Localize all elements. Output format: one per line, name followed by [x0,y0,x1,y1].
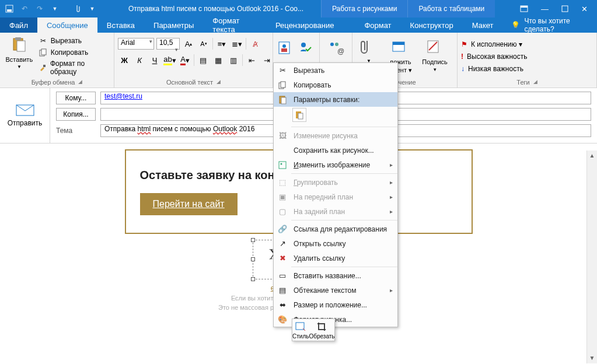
align-center-icon[interactable]: ▦ [212,54,225,66]
qat-dropdown-icon[interactable]: ▼ [88,4,97,13]
qat-more-icon[interactable]: ▼ [50,4,60,13]
tab-insert[interactable]: Вставка [97,18,144,33]
group-tags: К исполнению ▾ Высокая важность Низкая в… [458,33,597,88]
size-icon: ⬌ [277,300,288,310]
ctx-edit-link[interactable]: 🔗Ссылка для редактирования [274,222,397,236]
minimize-icon[interactable]: — [541,5,549,13]
brush-icon [39,63,47,72]
ctx-insert-caption[interactable]: ▭Вставить название... [274,268,397,283]
close-icon[interactable]: ✕ [581,5,588,13]
tell-me-search[interactable]: 💡 Что вы хотите сделать? [503,18,598,33]
style-button[interactable]: Стиль [292,319,309,341]
paste-icon [10,36,29,55]
scroll-up-icon[interactable]: ▲ [587,150,597,161]
lightbulb-icon: 💡 [511,21,520,29]
indent-inc-icon[interactable]: ⇥ [260,54,273,66]
subject-label: Тема [56,127,96,135]
clipboard-launcher-icon[interactable]: ◢ [78,79,82,86]
font-color-button[interactable]: A▾ [179,54,191,66]
vertical-scrollbar[interactable]: ▲ ▼ [586,150,597,363]
clear-format-icon[interactable]: A̷ [249,37,261,50]
check-names-button[interactable] [297,37,316,58]
signature-button[interactable]: Подпись▾ [419,36,451,72]
ctx-copy[interactable]: Копировать [274,78,397,92]
to-button[interactable]: Кому... [56,92,96,104]
grow-font-icon[interactable]: A▴ [182,37,195,50]
context-tab-picture[interactable]: Работа с рисунками [321,0,407,18]
mini-toolbar: Стиль Обрезать [292,318,335,341]
format-painter-button[interactable]: Формат по образцу [39,60,110,76]
font-size-select[interactable]: 10,5 [156,38,180,50]
undo-icon[interactable]: ↶ [20,4,29,13]
caption-icon: ▭ [277,271,288,281]
tab-design[interactable]: Конструктор [401,18,463,33]
indent-dec-icon[interactable]: ⇤ [245,54,258,66]
svg-rect-10 [43,65,46,67]
tab-file[interactable]: Файл [0,18,37,33]
svg-rect-19 [393,42,404,45]
ctx-send-back: ▢На задний план [274,204,397,219]
open-link-icon: ↗ [277,239,288,249]
redo-icon[interactable]: ↷ [35,4,44,13]
bullets-icon[interactable]: ≡▾ [215,37,228,50]
highlight-button[interactable]: ab▾ [163,54,176,66]
paste-button[interactable]: Вставить ▼ [4,34,35,69]
ctx-wrap-text[interactable]: ▤Обтекание текстом [274,283,397,298]
svg-rect-28 [279,162,286,169]
underline-button[interactable]: Ч [148,54,161,66]
ctx-cut[interactable]: ✂Вырезать [274,63,397,78]
ctx-remove-link[interactable]: ✖Удалить ссылку [274,251,397,265]
ctx-paste-options [274,107,397,125]
tab-review[interactable]: Рецензирование [266,18,343,33]
cut-button[interactable]: ✂Вырезать [39,36,110,46]
copy-icon [39,48,48,57]
numbering-icon[interactable]: ≣▾ [231,37,243,50]
maximize-icon[interactable] [561,5,568,12]
send-button[interactable]: Отправить [0,88,50,143]
paste-option-picture[interactable] [292,108,306,122]
attach-icon[interactable] [72,4,82,13]
context-tab-table[interactable]: Работа с таблицами [407,0,495,18]
bold-button[interactable]: Ж [118,54,131,66]
attach-file-button[interactable]: ▼ [356,36,382,64]
resize-handle[interactable] [251,238,255,242]
low-importance-button[interactable]: Низкая важность [461,64,527,74]
italic-button[interactable]: К [133,54,146,66]
crop-button[interactable]: Обрезать [309,319,334,341]
followup-button[interactable]: К исполнению ▾ [461,40,527,49]
address-book-button[interactable] [277,37,296,58]
context-menu: ✂Вырезать Копировать Параметры вставки: … [273,62,398,327]
font-launcher-icon[interactable]: ◢ [217,79,221,86]
tab-layout[interactable]: Макет [463,18,503,33]
align-left-icon[interactable]: ▤ [197,54,210,66]
ctx-save-picture[interactable]: Сохранить как рисунок... [274,143,397,158]
svg-rect-27 [298,113,303,119]
crop-icon [316,321,328,333]
ctx-size-position[interactable]: ⬌Размер и положение... [274,298,397,312]
remove-link-icon: ✖ [277,253,288,264]
tab-options[interactable]: Параметры [144,18,203,33]
group-icon: ⬚ [277,177,288,188]
tags-launcher-icon[interactable]: ◢ [533,79,537,86]
align-right-icon[interactable]: ▥ [227,54,240,66]
scroll-down-icon[interactable]: ▼ [587,353,597,363]
copy-button[interactable]: Копировать [39,48,110,57]
cta-button[interactable]: Перейти на сайт [140,193,238,215]
ctx-open-link[interactable]: ↗Открыть ссылку [274,236,397,251]
ribbon-display-icon[interactable] [520,5,528,12]
group-clipboard: Вставить ▼ ✂Вырезать Копировать Формат п… [0,33,114,88]
tab-format[interactable]: Формат [355,18,400,33]
cc-button[interactable]: Копия... [56,108,96,121]
tab-message[interactable]: Сообщение [37,18,97,33]
high-importance-button[interactable]: Высокая важность [461,52,527,61]
svg-point-12 [282,44,286,48]
addressing-button[interactable]: @ [323,37,348,58]
font-name-select[interactable]: Arial [118,38,154,50]
shrink-font-icon[interactable]: A▾ [197,37,210,50]
ribbon-tabs: Файл Сообщение Вставка Параметры Формат … [0,18,597,33]
svg-rect-13 [281,48,287,52]
svg-rect-3 [521,6,528,8]
save-icon[interactable] [5,4,14,13]
ctx-edit-image[interactable]: ИИзменить изображениезменить изображение [274,158,397,172]
tab-format-text[interactable]: Формат текста [203,18,266,33]
